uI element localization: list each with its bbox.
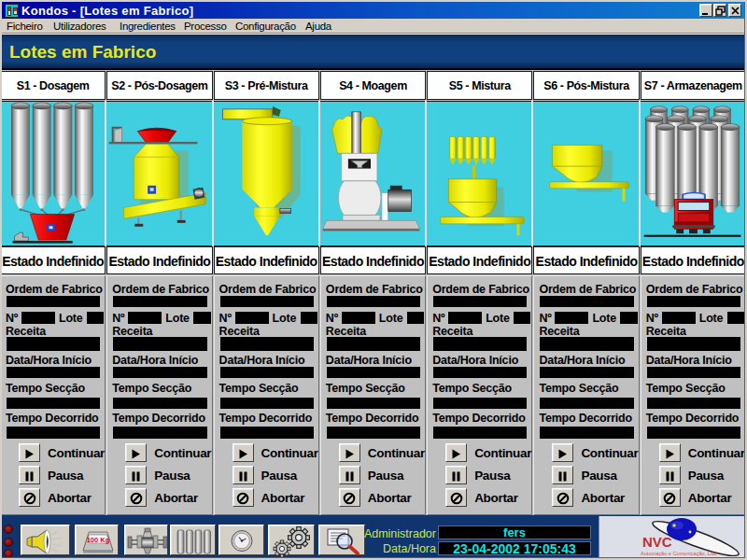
svg-text:NVC: NVC <box>642 534 672 550</box>
svg-text:Automação e Comunicação, Lda: Automação e Comunicação, Lda <box>641 551 717 556</box>
svg-text:100 Kg: 100 Kg <box>87 536 110 544</box>
